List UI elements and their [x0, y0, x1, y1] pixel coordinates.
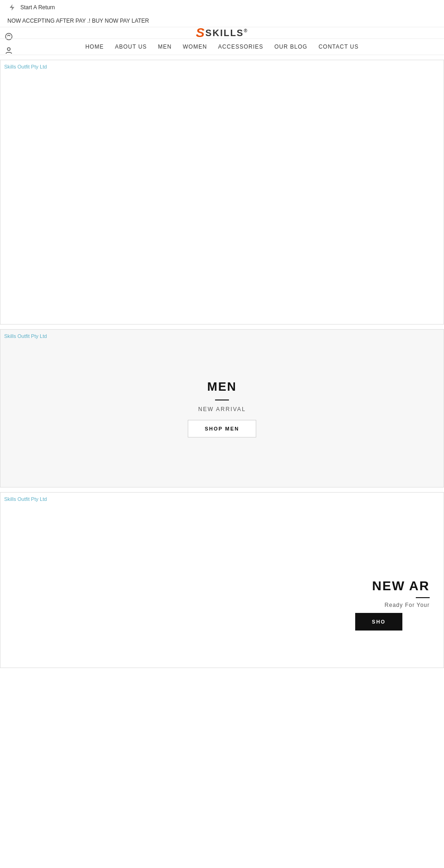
nav-contact-us[interactable]: CONTACT US [319, 44, 359, 50]
site-header: S SKILLS® [0, 27, 444, 39]
svg-marker-0 [10, 4, 14, 11]
start-return-link[interactable]: Start A Return [20, 4, 55, 11]
men-subtitle: NEW ARRIVAL [198, 406, 246, 412]
new-arrival-content: NEW AR Ready For Your SHO [314, 569, 444, 640]
logo-symbol: S [196, 25, 204, 40]
new-arrival-subtitle: Ready For Your [328, 602, 430, 608]
new-arrival-watermark[interactable]: Skills Outfit Pty Ltd [4, 496, 47, 502]
hero-watermark[interactable]: Skills Outfit Pty Ltd [4, 64, 47, 69]
men-section: Skills Outfit Pty Ltd MEN NEW ARRIVAL SH… [0, 329, 444, 487]
utility-bar: Start A Return [0, 0, 444, 15]
men-title: MEN [207, 380, 237, 394]
svg-point-2 [7, 48, 10, 50]
nav-about-us[interactable]: ABOUT US [115, 44, 147, 50]
new-arrival-divider [416, 597, 430, 598]
nav-our-blog[interactable]: OUR BLOG [274, 44, 307, 50]
shop-men-button[interactable]: SHOP MEN [188, 420, 256, 437]
nav-men[interactable]: MEN [158, 44, 172, 50]
announcement-text: NOW ACCEPTING AFTER PAY .! BUY NOW PAY L… [7, 18, 149, 24]
men-divider [215, 400, 229, 400]
logo-name: SKILLS® [205, 28, 248, 38]
new-arrival-title: NEW AR [328, 579, 430, 593]
hero-image-area [0, 60, 444, 324]
lightning-icon [7, 3, 17, 12]
nav-home[interactable]: HOME [85, 44, 104, 50]
user-icon[interactable] [4, 45, 14, 56]
nav-women[interactable]: WOMEN [183, 44, 207, 50]
men-content: MEN NEW ARRIVAL SHOP MEN [0, 330, 444, 487]
new-arrival-section: Skills Outfit Pty Ltd NEW AR Ready For Y… [0, 492, 444, 668]
main-nav: HOME ABOUT US MEN WOMEN ACCESSORIES OUR … [0, 39, 444, 55]
hero-section: Skills Outfit Pty Ltd [0, 60, 444, 325]
men-watermark[interactable]: Skills Outfit Pty Ltd [4, 333, 47, 339]
logo[interactable]: S SKILLS® [196, 25, 248, 40]
shop-now-button[interactable]: SHO [355, 613, 402, 631]
nav-accessories[interactable]: ACCESSORIES [218, 44, 264, 50]
